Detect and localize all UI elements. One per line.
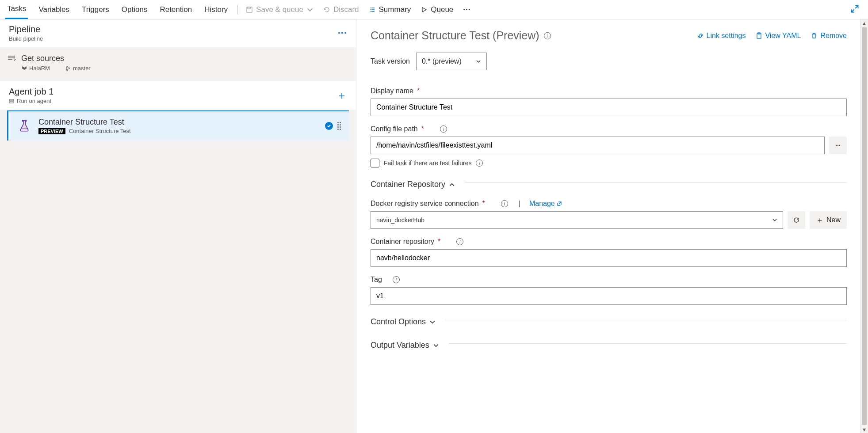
top-actions: Save & queue Discard Summary Queue ··· bbox=[246, 5, 470, 14]
chevron-up-icon bbox=[449, 182, 455, 188]
docker-conn-label: Docker registry service connection bbox=[371, 200, 479, 208]
clipboard-icon bbox=[755, 32, 762, 39]
info-icon[interactable]: i bbox=[476, 160, 483, 167]
scroll-up-icon[interactable]: ▴ bbox=[860, 19, 868, 27]
required-marker: * bbox=[482, 200, 485, 208]
detail-header: Container Structure Test (Preview) i Lin… bbox=[371, 29, 847, 42]
agent-job-card[interactable]: Agent job 1 Run on agent ＋ bbox=[0, 81, 356, 110]
new-connection-button[interactable]: ＋ New bbox=[810, 211, 847, 229]
server-icon bbox=[9, 99, 14, 104]
docker-conn-row: Docker registry service connection * i |… bbox=[371, 200, 847, 229]
section-rule bbox=[445, 320, 847, 320]
container-repo-row: Container repository * i bbox=[371, 238, 847, 267]
right-panel: Container Structure Test (Preview) i Lin… bbox=[356, 19, 868, 433]
remove-button[interactable]: Remove bbox=[811, 32, 847, 40]
discard-button[interactable]: Discard bbox=[323, 5, 359, 14]
drag-handle-icon[interactable] bbox=[337, 122, 341, 130]
main: Pipeline Build pipeline ··· Get sources … bbox=[0, 19, 868, 433]
view-yaml-button[interactable]: View YAML bbox=[755, 32, 801, 40]
svg-point-2 bbox=[66, 66, 67, 67]
section-rule bbox=[465, 182, 847, 183]
chevron-down-icon bbox=[433, 342, 439, 349]
tab-strip: Tasks Variables Triggers Options Retenti… bbox=[5, 0, 229, 19]
refresh-button[interactable] bbox=[788, 211, 805, 229]
container-repo-section[interactable]: Container Repository bbox=[371, 180, 455, 189]
branch-name: master bbox=[73, 65, 91, 72]
pipeline-card[interactable]: Pipeline Build pipeline ··· bbox=[0, 20, 356, 47]
task-item[interactable]: Container Structure Test PREVIEW Contain… bbox=[7, 110, 349, 141]
section-rule bbox=[449, 343, 847, 344]
vertical-scrollbar[interactable]: ▴ ▾ bbox=[860, 19, 868, 433]
required-marker: * bbox=[421, 125, 424, 133]
left-panel: Pipeline Build pipeline ··· Get sources … bbox=[0, 19, 356, 433]
detail-title: Container Structure Test (Preview) i bbox=[371, 29, 551, 42]
task-version-select[interactable]: 0.* (preview) bbox=[416, 53, 487, 70]
display-name-label: Display name bbox=[371, 87, 413, 95]
link-settings-button[interactable]: Link settings bbox=[697, 32, 746, 40]
preview-badge: PREVIEW bbox=[38, 128, 65, 134]
config-path-label: Config file path bbox=[371, 125, 418, 133]
config-path-input[interactable] bbox=[371, 137, 825, 154]
pipeline-more-button[interactable]: ··· bbox=[338, 27, 347, 39]
queue-button[interactable]: Queue bbox=[421, 5, 453, 14]
svg-rect-5 bbox=[9, 99, 14, 101]
discard-label: Discard bbox=[333, 5, 359, 14]
refresh-icon bbox=[793, 216, 800, 224]
play-icon bbox=[421, 6, 428, 13]
add-task-button[interactable]: ＋ bbox=[336, 88, 347, 103]
fail-task-checkbox[interactable] bbox=[371, 159, 379, 167]
more-button[interactable]: ··· bbox=[463, 5, 470, 14]
output-variables-section[interactable]: Output Variables bbox=[371, 341, 439, 350]
scroll-down-icon[interactable]: ▾ bbox=[860, 426, 868, 433]
required-marker: * bbox=[438, 238, 440, 246]
tab-variables[interactable]: Variables bbox=[37, 0, 71, 19]
info-icon[interactable]: i bbox=[456, 238, 463, 245]
tab-history[interactable]: History bbox=[203, 0, 229, 19]
tag-input[interactable] bbox=[371, 287, 847, 305]
tab-triggers[interactable]: Triggers bbox=[80, 0, 111, 19]
chevron-down-icon bbox=[772, 217, 777, 223]
task-title: Container Structure Test bbox=[38, 118, 131, 127]
flask-icon bbox=[16, 118, 32, 134]
browse-button[interactable]: ··· bbox=[829, 137, 847, 154]
separator: | bbox=[519, 200, 520, 208]
tab-retention[interactable]: Retention bbox=[158, 0, 194, 19]
info-icon[interactable]: i bbox=[393, 276, 400, 283]
svg-rect-1 bbox=[248, 7, 250, 9]
info-icon[interactable]: i bbox=[440, 125, 447, 133]
list-icon bbox=[369, 6, 376, 13]
task-version-row: Task version 0.* (preview) bbox=[371, 53, 847, 70]
fullscreen-icon[interactable] bbox=[850, 4, 859, 15]
save-queue-button[interactable]: Save & queue bbox=[246, 5, 314, 14]
docker-conn-select[interactable]: navin_dockerHub bbox=[371, 211, 783, 229]
summary-button[interactable]: Summary bbox=[369, 5, 411, 14]
sources-icon bbox=[7, 54, 16, 62]
tab-tasks[interactable]: Tasks bbox=[5, 0, 28, 19]
required-marker: * bbox=[417, 87, 420, 95]
save-icon bbox=[246, 6, 253, 13]
summary-label: Summary bbox=[379, 5, 411, 14]
pipeline-subtitle: Build pipeline bbox=[9, 35, 43, 42]
queue-label: Queue bbox=[431, 5, 453, 14]
svg-point-3 bbox=[66, 69, 67, 71]
get-sources-card[interactable]: Get sources HalaRM master bbox=[0, 48, 356, 78]
info-icon[interactable]: i bbox=[544, 32, 551, 39]
display-name-input[interactable] bbox=[371, 99, 847, 116]
container-repo-label: Container repository bbox=[371, 238, 434, 246]
sources-title: Get sources bbox=[21, 54, 91, 63]
task-version-label: Task version bbox=[371, 57, 410, 65]
tag-label: Tag bbox=[371, 276, 382, 284]
container-repo-input[interactable] bbox=[371, 249, 847, 267]
task-sub: PREVIEW Container Structure Test bbox=[38, 128, 131, 134]
control-options-section[interactable]: Control Options bbox=[371, 317, 436, 327]
config-path-row: Config file path * i ··· Fail task if th… bbox=[371, 125, 847, 167]
manage-link[interactable]: Manage bbox=[529, 200, 562, 208]
chevron-down-icon bbox=[429, 319, 436, 325]
fail-task-label: Fail task if there are test failures bbox=[384, 160, 471, 167]
info-icon[interactable]: i bbox=[501, 200, 508, 207]
tab-options[interactable]: Options bbox=[120, 0, 149, 19]
branch-icon bbox=[65, 65, 71, 72]
undo-icon bbox=[323, 6, 330, 13]
sources-meta: HalaRM master bbox=[21, 65, 91, 72]
top-bar: Tasks Variables Triggers Options Retenti… bbox=[0, 0, 868, 19]
